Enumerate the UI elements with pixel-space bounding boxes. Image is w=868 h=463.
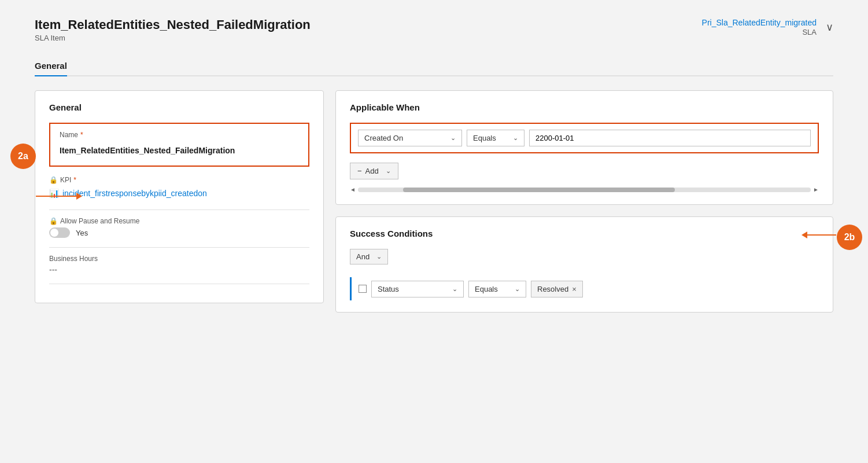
divider-1: [49, 210, 309, 210]
scrollbar-area: ◄ ►: [350, 186, 819, 193]
right-panel: Applicable When Created On ⌄ Equals ⌄: [335, 90, 833, 313]
lock-icon: 🔒: [49, 176, 58, 184]
and-button[interactable]: And ⌄: [350, 249, 388, 264]
success-conditions-card: Success Conditions And ⌄ Status ⌄: [335, 216, 833, 313]
annotation-arrow-a: [36, 193, 82, 200]
annotation-bubble-a: 2a: [10, 144, 36, 169]
divider-2: [49, 247, 309, 248]
and-chevron-icon: ⌄: [376, 253, 382, 260]
page-header: Item_RelatedEntities_Nested_FailedMigrat…: [35, 17, 833, 42]
operator-select[interactable]: Equals ⌄: [467, 130, 525, 146]
name-field-value: Item_RelatedEntities_Nested_FailedMigrat…: [60, 142, 299, 159]
main-content: General Name* Item_RelatedEntities_Neste…: [35, 90, 833, 313]
tab-general[interactable]: General: [35, 56, 67, 75]
field-select[interactable]: Created On ⌄: [358, 130, 462, 146]
page-subtitle: SLA Item: [35, 34, 311, 42]
kpi-label: 🔒 KPI*: [49, 176, 309, 184]
scroll-right-arrow-icon[interactable]: ►: [813, 186, 819, 193]
success-row: Status ⌄ Equals ⌄ Resolved ×: [350, 277, 819, 300]
add-chevron-icon: ⌄: [386, 167, 391, 175]
toggle-label: Yes: [76, 229, 88, 237]
header-chevron-icon[interactable]: ∨: [826, 21, 833, 34]
toggle-row: Yes: [49, 227, 309, 238]
kpi-required-star: *: [73, 176, 76, 184]
applicable-when-card: Applicable When Created On ⌄ Equals ⌄: [335, 90, 833, 205]
sla-sub-label: SLA: [702, 28, 817, 36]
sla-link[interactable]: Pri_Sla_RelatedEntity_migrated: [702, 18, 817, 27]
business-hours-label: Business Hours: [49, 255, 309, 263]
blue-line: [350, 277, 352, 300]
lock-icon-2: 🔒: [49, 217, 58, 225]
scroll-thumb: [403, 188, 675, 192]
condition-row-highlighted: Created On ⌄ Equals ⌄: [350, 123, 819, 153]
allow-pause-label: 🔒 Allow Pause and Resume: [49, 217, 309, 225]
resolved-tag: Resolved ×: [531, 281, 583, 297]
kpi-field-group: 🔒 KPI* 📊 incident_firstresponsebykpiid_c…: [49, 176, 309, 200]
scroll-left-arrow-icon[interactable]: ◄: [350, 186, 356, 193]
name-field-highlighted: Name* Item_RelatedEntities_Nested_Failed…: [49, 123, 309, 167]
toggle-switch[interactable]: [49, 227, 70, 238]
divider-3: [49, 284, 309, 284]
name-field-label: Name*: [60, 131, 299, 139]
success-conditions-title: Success Conditions: [350, 229, 819, 238]
add-minus-icon: −: [357, 167, 362, 175]
page-title: Item_RelatedEntities_Nested_FailedMigrat…: [35, 17, 311, 32]
operator-select-chevron-icon: ⌄: [513, 134, 518, 142]
page-wrapper: 2a 2b Item_RelatedEntities_Nested_Failed…: [0, 0, 868, 463]
toggle-knob: [50, 229, 58, 237]
status-field-chevron-icon: ⌄: [452, 285, 457, 293]
business-hours-value: ---: [49, 265, 309, 274]
annotation-bubble-b: 2b: [837, 225, 862, 250]
header-left: Item_RelatedEntities_Nested_FailedMigrat…: [35, 17, 311, 42]
add-button[interactable]: − Add ⌄: [350, 163, 398, 179]
status-operator-select[interactable]: Equals ⌄: [468, 281, 526, 297]
general-card-title: General: [49, 102, 309, 112]
header-right: Pri_Sla_RelatedEntity_migrated SLA ∨: [702, 17, 833, 36]
status-checkbox[interactable]: [359, 285, 367, 293]
kpi-link[interactable]: incident_firstresponsebykpiid_createdon: [62, 189, 207, 198]
tab-nav: General: [35, 56, 833, 76]
field-select-chevron-icon: ⌄: [450, 134, 456, 142]
status-operator-chevron-icon: ⌄: [515, 285, 520, 293]
applicable-when-title: Applicable When: [350, 102, 819, 112]
condition-value-input[interactable]: [529, 130, 811, 146]
left-panel: General Name* Item_RelatedEntities_Neste…: [35, 90, 324, 313]
annotation-arrow-b: [801, 232, 836, 238]
status-field-select[interactable]: Status ⌄: [371, 281, 464, 297]
scroll-track: [358, 188, 811, 192]
resolved-remove-icon[interactable]: ×: [572, 285, 577, 293]
allow-pause-field-group: 🔒 Allow Pause and Resume Yes: [49, 217, 309, 238]
name-required-star: *: [80, 131, 83, 139]
business-hours-field-group: Business Hours ---: [49, 255, 309, 274]
